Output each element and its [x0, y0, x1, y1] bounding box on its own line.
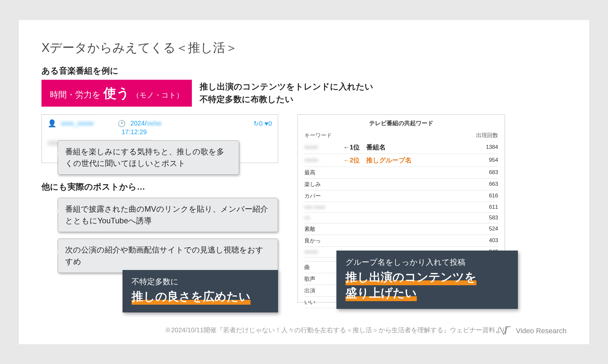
- table-row: カバー616: [304, 190, 498, 202]
- subtitle: ある音楽番組を例に: [41, 65, 567, 76]
- logo-icon: [499, 326, 512, 336]
- pink-prefix: 時間・労力を: [50, 89, 101, 100]
- table-row: xx583: [304, 213, 498, 223]
- pink-verb: 使う: [103, 84, 130, 102]
- tweet-time: 17:12:29: [122, 128, 272, 136]
- logo: Video Research: [499, 326, 567, 336]
- dark-left-small: 不特定多数に: [132, 276, 269, 287]
- annotation-cell: ←1位 番組名: [337, 143, 479, 152]
- dark-right-big2: 盛り上げたい: [345, 285, 417, 301]
- table-row: 最高683: [304, 167, 498, 179]
- keyword-cell: 出演: [304, 287, 337, 294]
- table-row: 良かっ403: [304, 235, 498, 247]
- col-count: 出現回数: [476, 132, 498, 139]
- count-cell: 616: [479, 193, 498, 199]
- table-row: 楽しみ663: [304, 179, 498, 190]
- count-cell: 954: [479, 157, 498, 163]
- count-cell: 611: [479, 204, 498, 210]
- keyword-cell: 良かっ: [304, 237, 337, 244]
- keyword-cell: 最高: [304, 169, 337, 176]
- col-keyword: キーワード: [304, 132, 332, 139]
- keyword-cell: 楽しみ: [304, 181, 337, 188]
- pink-row: 時間・労力を 使う （モノ・コト） 推し出演のコンテンツをトレンドに入れたい 不…: [41, 80, 567, 107]
- keyword-cell: xxx xxxx: [304, 204, 337, 210]
- logo-text: Video Research: [516, 327, 567, 335]
- keyword-cell: 歌声: [304, 275, 337, 283]
- pink-box: 時間・労力を 使う （モノ・コト）: [41, 80, 192, 107]
- dark-box-right: グループ名をしっかり入れて投稿 推し出演のコンテンツを 盛り上げたい: [336, 251, 518, 309]
- right-column: テレビ番組の共起ワード キーワード 出現回数 xxxxx←1位 番組名1384x…: [298, 114, 505, 302]
- tweet-header: 👤 xxxx_xxxxx 🕐 2024/xx/xx ↻0 ♥0: [48, 119, 272, 128]
- content-row: 👤 xxxx_xxxxx 🕐 2024/xx/xx ↻0 ♥0 17:12:29…: [41, 114, 567, 302]
- table-row: xxxxx←2位 推しグループ名954: [304, 154, 498, 167]
- table-row: 素敵524: [304, 223, 498, 235]
- slide-title: Xデータからみえてくる＜推し活＞: [41, 40, 567, 56]
- subtitle2: 他にも実際のポストから…: [41, 181, 278, 193]
- table-head: キーワード 出現回数: [304, 132, 498, 139]
- dark-box-left: 不特定多数に 推しの良さを広めたい: [123, 270, 278, 312]
- table-title: テレビ番組の共起ワード: [304, 119, 498, 127]
- keyword-cell: xxxxx: [304, 157, 337, 163]
- annotation-cell: ←2位 推しグループ名: [337, 156, 479, 165]
- keyword-cell: xxxxx: [304, 249, 337, 255]
- dark-right-big1: 推し出演のコンテンツを: [345, 269, 476, 285]
- slide: Xデータからみえてくる＜推し活＞ ある音楽番組を例に 時間・労力を 使う （モノ…: [19, 20, 589, 344]
- table-row: xxx xxxx611: [304, 202, 498, 213]
- count-cell: 583: [479, 215, 498, 221]
- keyword-cell: カバー: [304, 192, 337, 200]
- tweet-username: xxxx_xxxxx: [61, 120, 94, 127]
- keyword-cell: xx: [304, 215, 337, 221]
- count-cell: 1384: [479, 144, 498, 150]
- keyword-cell: xxxxx: [304, 144, 337, 150]
- goals-text: 推し出演のコンテンツをトレンドに入れたい 不特定多数に布教したい: [200, 80, 373, 106]
- date-blur: xx/xx: [146, 120, 161, 127]
- left-column: 👤 xxxx_xxxxx 🕐 2024/xx/xx ↻0 ♥0 17:12:29…: [41, 114, 278, 302]
- count-cell: 403: [479, 237, 498, 244]
- count-cell: 524: [479, 226, 498, 232]
- keyword-cell: 曲: [304, 264, 337, 271]
- speech-2: 番組で披露された曲のMVのリンクを貼り、メンバー紹介とともにYouTubeへ誘導: [58, 198, 278, 232]
- avatar-icon: 👤: [48, 119, 56, 128]
- clock-icon: 🕐: [118, 120, 126, 127]
- goal-line1: 推し出演のコンテンツをトレンドに入れたい: [200, 80, 373, 93]
- table-row: xxxxx←1位 番組名1384: [304, 141, 498, 154]
- goal-line2: 不特定多数に布教したい: [200, 93, 373, 106]
- tweet-engagement: ↻0 ♥0: [253, 120, 272, 127]
- date-prefix: 2024/: [130, 120, 146, 127]
- count-cell: 663: [479, 181, 498, 187]
- speech-1: 番組を楽しみにする気持ちと、推しの歌を多くの世代に聞いてほしいとポスト: [58, 140, 239, 175]
- speech-3: 次の公演の紹介や動画配信サイトでの見逃し視聴をおすすめ: [58, 239, 278, 273]
- keyword-cell: 素敵: [304, 225, 337, 233]
- pink-paren: （モノ・コト）: [132, 90, 183, 100]
- dark-left-big: 推しの良さを広めたい: [132, 289, 251, 305]
- tweet-date: 2024/xx/xx: [130, 120, 161, 127]
- keyword-cell: いい: [304, 299, 337, 306]
- count-cell: 683: [479, 169, 498, 176]
- dark-right-small: グループ名をしっかり入れて投稿: [345, 257, 509, 267]
